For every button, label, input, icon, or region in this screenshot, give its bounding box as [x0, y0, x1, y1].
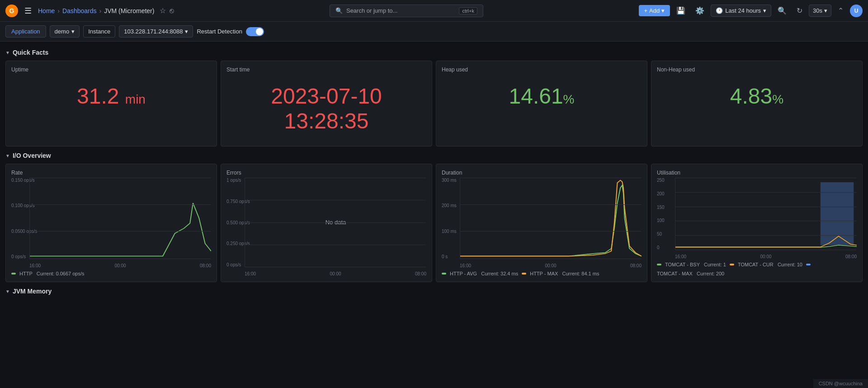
duration-chart-plot	[460, 178, 642, 259]
io-overview-title: I/O Overview	[13, 152, 51, 159]
search-icon: 🔍	[335, 7, 343, 14]
utilisation-legend: TOMCAT - BSY Current: 1 TOMCAT - CUR Cur…	[657, 262, 857, 276]
utilisation-chart-plot	[675, 178, 857, 250]
jvm-memory-section-header[interactable]: ▼ JVM Memory	[5, 288, 863, 295]
grafana-logo: G	[5, 5, 18, 17]
uptime-title: Uptime	[11, 66, 211, 73]
settings-button[interactable]: ⚙️	[692, 5, 708, 17]
utilisation-max-legend-text: TOMCAT - MAX Current: 200	[657, 271, 724, 276]
footer-bar: CSDN @wcuuchina	[813, 379, 868, 388]
duration-panel: Duration 300 ms 200 ms 100 ms 0 s	[436, 164, 647, 282]
quick-facts-section-header[interactable]: ▼ Quick Facts	[5, 49, 863, 56]
topnav-right: + Add ▾ 💾 ⚙️ 🕐 Last 24 hours ▾ 🔍 ↻ 30s ▾…	[639, 5, 863, 17]
duration-y-labels: 300 ms 200 ms 100 ms 0 s	[442, 178, 457, 259]
rate-title: Rate	[11, 170, 211, 176]
duration-x-labels: 16:00 00:00 08:00	[460, 263, 642, 268]
application-button[interactable]: Application	[5, 25, 46, 38]
io-overview-section-header[interactable]: ▼ I/O Overview	[5, 152, 863, 159]
utilisation-cur-legend-dot	[730, 264, 734, 265]
share-icon[interactable]: ⎋	[170, 7, 174, 15]
add-icon: +	[644, 7, 648, 14]
utilisation-bsy-legend-dot	[657, 264, 661, 265]
duration-chart-area: 300 ms 200 ms 100 ms 0 s	[442, 178, 642, 268]
instance-value: 103.228.171.244:8088	[124, 28, 183, 35]
add-label: Add	[649, 7, 660, 14]
quick-facts-chevron-icon: ▼	[5, 50, 10, 55]
clock-icon: 🕐	[716, 7, 723, 14]
duration-max-legend-text: HTTP - MAX Current: 84.1 ms	[530, 271, 599, 276]
utilisation-cur-legend-text: TOMCAT - CUR Current: 10	[738, 262, 802, 267]
restart-detection-toggle[interactable]	[246, 27, 264, 36]
uptime-unit: min	[125, 92, 146, 106]
rate-http-legend-text: HTTP Current: 0.0667 ops/s	[19, 271, 84, 276]
time-range-label: Last 24 hours	[725, 7, 761, 14]
heap-used-value: 14.61%	[442, 76, 642, 116]
errors-x-labels: 16:00 00:00 08:00	[245, 271, 426, 276]
utilisation-panel: Utilisation 250 200 150 100 50 0	[651, 164, 863, 282]
rate-panel: Rate 0.150 ops/s 0.100 ops/s 0.0500 ops/…	[5, 164, 217, 282]
refresh-button[interactable]: ↻	[793, 5, 806, 17]
utilisation-bsy-legend-text: TOMCAT - BSY Current: 1	[665, 262, 726, 267]
utilisation-y-labels: 250 200 150 100 50 0	[657, 178, 665, 250]
utilisation-chart-area: 250 200 150 100 50 0	[657, 178, 857, 259]
non-heap-used-unit: %	[772, 92, 783, 106]
rate-legend: HTTP Current: 0.0667 ops/s	[11, 271, 211, 276]
zoom-out-button[interactable]: 🔍	[774, 5, 790, 17]
breadcrumb-dashboards[interactable]: Dashboards	[62, 7, 97, 14]
rate-http-legend-dot	[11, 273, 16, 274]
errors-panel: Errors 1 ops/s 0.750 ops/s 0.500 ops/s 0…	[221, 164, 432, 282]
search-box[interactable]: 🔍 Search or jump to... ctrl+k	[330, 5, 483, 17]
time-range-picker[interactable]: 🕐 Last 24 hours ▾	[711, 5, 771, 17]
start-time-title: Start time	[226, 66, 426, 73]
refresh-rate-label: 30s	[813, 7, 822, 14]
svg-text:G: G	[9, 7, 14, 14]
duration-legend: HTTP - AVG Current: 32.4 ms HTTP - MAX C…	[442, 271, 642, 276]
restart-detection-label: Restart Detection	[197, 28, 242, 35]
duration-chart-svg	[460, 178, 642, 259]
non-heap-used-value: 4.83%	[657, 76, 857, 116]
breadcrumb-home[interactable]: Home	[38, 7, 55, 14]
jvm-memory-title: JVM Memory	[13, 288, 52, 295]
star-icon[interactable]: ☆	[160, 6, 166, 15]
jvm-memory-chevron-icon: ▼	[5, 289, 10, 294]
rate-grid-2	[30, 204, 211, 205]
search-area: 🔍 Search or jump to... ctrl+k	[178, 5, 635, 17]
instance-dropdown[interactable]: 103.228.171.244:8088 ▾	[119, 25, 193, 38]
save-dashboard-button[interactable]: 💾	[673, 5, 689, 17]
non-heap-used-title: Non-Heap used	[657, 66, 857, 73]
breadcrumb-current: JVM (Micrometer)	[104, 7, 154, 14]
collapse-button[interactable]: ⌃	[834, 5, 847, 17]
refresh-rate-chevron-icon: ▾	[824, 7, 827, 14]
add-button[interactable]: + Add ▾	[639, 5, 670, 16]
add-chevron-icon: ▾	[661, 7, 665, 14]
utilisation-title: Utilisation	[657, 170, 857, 176]
application-dropdown-chevron-icon: ▾	[71, 28, 75, 35]
quick-facts-panels: Uptime 31.2 min Start time 2023-07-10 13…	[5, 61, 863, 147]
toggle-slider	[246, 27, 264, 36]
menu-hamburger-icon[interactable]: ☰	[22, 4, 34, 18]
utilisation-max-legend-dot	[806, 264, 811, 265]
io-overview-chevron-icon: ▼	[5, 153, 10, 158]
rate-chart-plot	[29, 178, 211, 259]
breadcrumb-sep-2: ›	[99, 7, 102, 14]
breadcrumb-sep-1: ›	[57, 7, 60, 14]
svg-rect-2	[821, 182, 854, 245]
uptime-panel: Uptime 31.2 min	[5, 61, 217, 147]
instance-dropdown-chevron-icon: ▾	[185, 28, 188, 35]
top-navigation: G ☰ Home › Dashboards › JVM (Micrometer)…	[0, 0, 868, 22]
uptime-value: 31.2 min	[11, 76, 211, 116]
application-dropdown[interactable]: demo ▾	[50, 25, 80, 38]
rate-chart-svg	[30, 178, 211, 259]
rate-x-labels: 16:00 00:00 08:00	[29, 263, 211, 268]
refresh-rate-picker[interactable]: 30s ▾	[809, 5, 831, 17]
duration-title: Duration	[442, 170, 642, 176]
errors-title: Errors	[226, 170, 426, 176]
quick-facts-title: Quick Facts	[13, 49, 48, 56]
search-placeholder: Search or jump to...	[346, 7, 397, 14]
duration-max-legend-dot	[522, 273, 526, 274]
user-avatar[interactable]: U	[850, 5, 863, 17]
breadcrumb: Home › Dashboards › JVM (Micrometer)	[38, 7, 154, 14]
utilisation-x-labels: 16:00 00:00 08:00	[675, 254, 857, 259]
heap-used-number: 14.61	[509, 84, 563, 108]
instance-label: Instance	[83, 25, 115, 38]
